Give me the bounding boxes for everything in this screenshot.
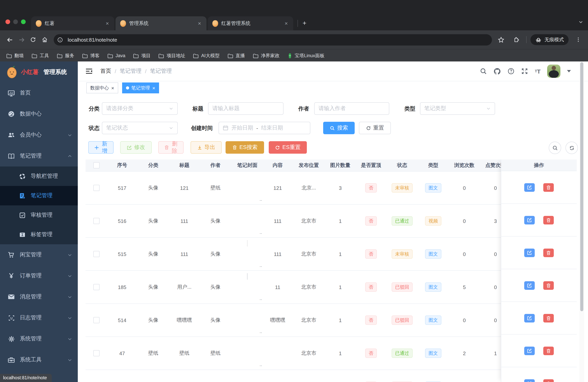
edit-button[interactable] <box>524 183 535 191</box>
help-icon[interactable] <box>508 68 515 75</box>
select-all-checkbox[interactable] <box>93 162 100 169</box>
breadcrumb-item[interactable]: 首页 <box>100 68 111 75</box>
table-search-toggle-icon[interactable] <box>549 142 561 154</box>
breadcrumb-item[interactable]: 笔记管理 <box>120 68 142 75</box>
browser-tab[interactable]: 管理系统× <box>116 16 207 30</box>
table-refresh-icon[interactable] <box>566 142 578 154</box>
tab-close-icon[interactable]: × <box>197 20 202 26</box>
sidebar-item-会员中心[interactable]: 会员中心 <box>0 125 78 146</box>
sidebar-item-订单管理[interactable]: 订单管理 <box>0 265 78 286</box>
sidebar-item-日志管理[interactable]: 日志管理 <box>0 307 78 328</box>
bookmark-item[interactable]: AI大模型 <box>193 52 220 59</box>
browser-menu-icon[interactable] <box>572 34 584 45</box>
edit-button[interactable] <box>524 346 535 355</box>
url-bar[interactable]: localhost:81/note/note <box>54 34 492 45</box>
cover-thumbnail[interactable]: .. <box>236 174 258 202</box>
bookmark-item[interactable]: 工具 <box>32 52 49 59</box>
github-icon[interactable] <box>494 67 501 75</box>
bookmark-item[interactable]: 项目 <box>133 52 151 59</box>
action-button-修改[interactable]: 修改 <box>120 141 152 154</box>
cover-thumbnail[interactable]: .. <box>236 373 258 382</box>
sidebar-item-笔记管理[interactable]: 笔记管理 <box>0 186 78 205</box>
tab-close-icon[interactable]: × <box>284 20 289 26</box>
tab-close-icon[interactable]: × <box>105 20 110 26</box>
sidebar-item-闲宝管理[interactable]: 闲宝管理 <box>0 244 78 265</box>
bookmark-item[interactable]: 直播 <box>227 52 245 59</box>
edit-button[interactable] <box>524 248 535 257</box>
cover-thumbnail[interactable]: .. <box>236 207 258 234</box>
delete-button[interactable] <box>543 248 554 257</box>
edit-button[interactable] <box>524 216 535 224</box>
forward-icon[interactable] <box>16 34 27 45</box>
status-select[interactable]: 笔记状态 <box>102 122 178 134</box>
window-close-button[interactable] <box>5 20 10 24</box>
sidebar-item-消息管理[interactable]: 消息管理 <box>0 286 78 307</box>
edit-button[interactable] <box>524 281 535 290</box>
delete-button[interactable] <box>543 183 554 191</box>
avatar[interactable] <box>547 64 560 78</box>
delete-button[interactable] <box>543 216 554 224</box>
app-logo[interactable]: 小红薯 管理系统 <box>0 62 78 83</box>
delete-button[interactable] <box>543 379 554 382</box>
edit-button[interactable] <box>524 379 535 382</box>
action-button-导出[interactable]: 导出 <box>190 141 222 154</box>
sidebar-item-系统管理[interactable]: 系统管理 <box>0 328 78 349</box>
action-button-删除[interactable]: 删除 <box>158 141 184 154</box>
cover-thumbnail[interactable]: .. <box>236 340 258 367</box>
sidebar-collapse-icon[interactable] <box>85 68 93 74</box>
new-tab-button[interactable]: + <box>301 20 308 27</box>
action-button-新增[interactable]: 新增 <box>88 141 114 154</box>
action-button-ES搜索[interactable]: ES搜索 <box>226 141 264 154</box>
font-size-icon[interactable]: TT <box>535 68 541 74</box>
scrollbar-thumb[interactable] <box>580 62 583 311</box>
date-range-input[interactable]: 开始日期 - 结束日期 <box>219 122 310 134</box>
close-icon[interactable]: × <box>111 85 114 91</box>
search-button[interactable]: 搜索 <box>323 122 355 134</box>
reset-button[interactable]: 重置 <box>359 122 391 134</box>
sidebar-item-导航栏管理[interactable]: 导航栏管理 <box>0 167 78 186</box>
close-icon[interactable]: × <box>152 85 155 91</box>
tab-search-caret-icon[interactable] <box>578 20 583 24</box>
browser-tab[interactable]: 红薯管理系统× <box>208 16 293 30</box>
extensions-puzzle-icon[interactable] <box>511 34 522 45</box>
search-icon[interactable] <box>480 68 487 75</box>
cover-thumbnail[interactable]: .. <box>236 240 258 268</box>
bookmark-star-icon[interactable] <box>495 34 507 45</box>
author-input[interactable]: 请输入作者 <box>314 102 389 115</box>
window-zoom-button[interactable] <box>21 20 26 24</box>
browser-tab[interactable]: 红薯× <box>31 16 114 30</box>
bookmark-item[interactable]: 服务 <box>57 52 74 59</box>
delete-button[interactable] <box>543 346 554 355</box>
bookmark-item[interactable]: Java <box>107 53 126 58</box>
edit-button[interactable] <box>524 314 535 322</box>
delete-button[interactable] <box>543 281 554 290</box>
sidebar-item-数据中心[interactable]: 数据中心 <box>0 104 78 125</box>
bookmark-item[interactable]: 宝塔Linux面板 <box>287 52 324 59</box>
bookmark-item[interactable]: 项目地址 <box>158 52 185 59</box>
sidebar-item-系统工具[interactable]: 系统工具 <box>0 349 78 370</box>
reload-icon[interactable] <box>27 34 39 45</box>
home-icon[interactable] <box>39 34 51 45</box>
sidebar-item-笔记管理[interactable]: 笔记管理 <box>0 146 78 167</box>
bookmark-item[interactable]: 翻墙 <box>6 52 24 59</box>
cover-thumbnail[interactable]: .. <box>236 307 258 334</box>
sidebar-item-首页[interactable]: 首页 <box>0 83 78 104</box>
site-info-icon[interactable] <box>55 35 64 44</box>
row-checkbox[interactable] <box>93 218 100 224</box>
route-tag-数据中心[interactable]: 数据中心× <box>86 83 118 93</box>
type-select[interactable]: 笔记类型 <box>420 102 495 115</box>
action-button-ES重置[interactable]: ES重置 <box>269 141 307 154</box>
sidebar-item-标签管理[interactable]: 标签管理 <box>0 225 78 244</box>
bookmark-item[interactable]: 净界家政 <box>252 52 279 59</box>
row-checkbox[interactable] <box>93 251 100 257</box>
row-checkbox[interactable] <box>93 284 100 290</box>
fullscreen-icon[interactable] <box>521 68 528 75</box>
window-minimize-button[interactable] <box>13 20 18 24</box>
title-input[interactable]: 请输入标题 <box>208 102 284 115</box>
bookmark-item[interactable]: 博客 <box>82 52 100 59</box>
sidebar-item-审核管理[interactable]: 审核管理 <box>0 205 78 225</box>
category-select[interactable]: 请选择分类 <box>102 102 178 115</box>
back-icon[interactable] <box>4 34 16 45</box>
row-checkbox[interactable] <box>93 317 100 323</box>
route-tag-笔记管理[interactable]: 笔记管理× <box>122 83 159 93</box>
